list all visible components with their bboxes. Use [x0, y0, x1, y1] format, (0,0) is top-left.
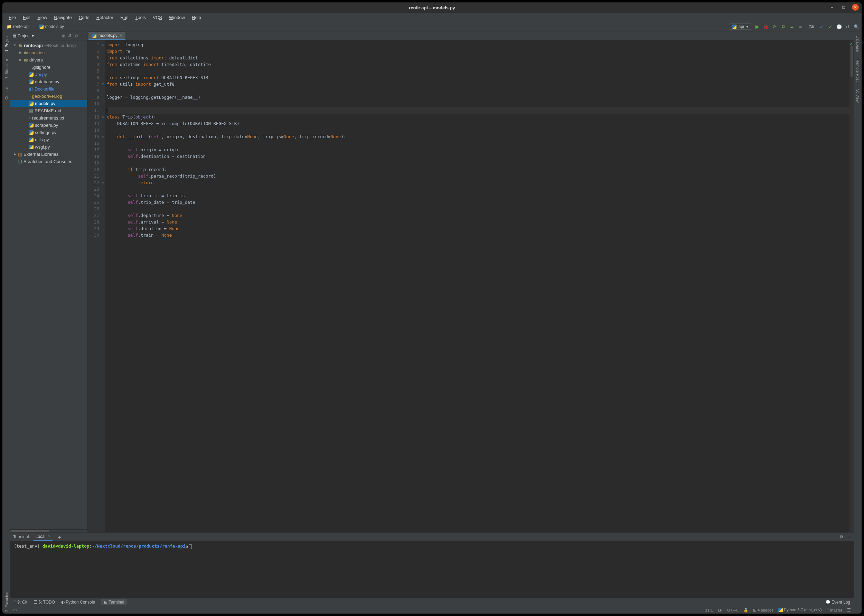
tool-tab-commit[interactable]: Commit: [4, 84, 9, 102]
tree-arrow[interactable]: ▼: [13, 42, 17, 49]
coverage-button[interactable]: ⟳: [772, 24, 777, 29]
tree-row-scratchesandconsoles[interactable]: ❏ Scratches and Consoles: [10, 158, 87, 165]
tree-row-readmemd[interactable]: ▦ README.md: [10, 107, 87, 114]
project-tool-window: ▤ Project ▾ ⊕ ⇵ ⚙ — ▼🖿 renfe-api ~/Nextc…: [10, 31, 87, 533]
locate-button[interactable]: ⊕: [62, 33, 65, 38]
menu-edit[interactable]: Edit: [20, 14, 33, 21]
terminal-tab-local[interactable]: Local ×: [33, 533, 52, 541]
tree-row-renfeapi[interactable]: ▼🖿 renfe-api ~/Nextcloud/rep: [10, 42, 87, 49]
readonly-toggle[interactable]: 🔒: [743, 608, 748, 613]
vcs-history-button[interactable]: 🕘: [836, 24, 842, 29]
debug-button[interactable]: 🐞: [763, 24, 769, 29]
concurrency-button[interactable]: ≣: [789, 24, 795, 29]
project-tree-scrollbar[interactable]: [10, 529, 87, 533]
scratches-icon: ❏: [18, 158, 22, 165]
menu-tools[interactable]: Tools: [133, 14, 149, 21]
run-button[interactable]: ▶: [755, 24, 760, 29]
bottom-tool-pythonconsole[interactable]: ◐ Python Console: [61, 600, 95, 605]
menu-refactor[interactable]: Refactor: [94, 14, 116, 21]
line-separator[interactable]: LF: [718, 608, 722, 612]
bottom-tool-git[interactable]: ᛘ 9: Git: [14, 600, 27, 605]
python-icon: [29, 123, 33, 127]
menu-code[interactable]: Code: [76, 14, 92, 21]
stop-button[interactable]: ■: [798, 24, 803, 29]
settings-button[interactable]: ⚙: [74, 33, 78, 38]
menu-vcs[interactable]: VCS: [150, 14, 165, 21]
tool-tab-structure[interactable]: 7: Structure: [4, 57, 9, 81]
project-tree[interactable]: ▼🖿 renfe-api ~/Nextcloud/rep▶🖿 cookies▶🖿…: [10, 41, 87, 529]
profile-button[interactable]: ⧉: [781, 24, 786, 29]
tool-tab-project[interactable]: 1: Project: [4, 33, 9, 53]
tree-row-wsgipy[interactable]: wsgi.py: [10, 143, 87, 151]
menu-help[interactable]: Help: [189, 14, 204, 21]
tool-tab-sciview[interactable]: SciView: [855, 87, 861, 105]
close-icon[interactable]: ×: [48, 534, 50, 539]
python-interpreter[interactable]: Python 3.7 (test_env): [778, 608, 822, 612]
tree-row-databasepy[interactable]: database.py: [10, 78, 87, 85]
add-terminal-button[interactable]: +: [56, 534, 63, 540]
maximize-button[interactable]: □: [840, 4, 847, 11]
status-bar: ▭ 11:1 LF UTF-8 🔒 ⊞ 4 spaces Python 3.7 …: [10, 606, 854, 614]
memory-indicator[interactable]: ☰: [847, 608, 851, 613]
indent-settings[interactable]: ⊞ 4 spaces: [753, 608, 773, 613]
tree-row-drivers[interactable]: ▶🖿 drivers: [10, 56, 87, 64]
menu-run[interactable]: Run: [118, 14, 131, 21]
tree-row-externallibraries[interactable]: ▶▥ External Libraries: [10, 151, 87, 158]
tree-row-apipy[interactable]: api.py: [10, 71, 87, 78]
minimize-button[interactable]: −: [828, 4, 835, 11]
bottom-tool-todo[interactable]: ☰ 6: TODO: [33, 600, 55, 605]
git-label: Git:: [809, 24, 815, 29]
tree-row-requirementstxt[interactable]: ▫ requirements.txt: [10, 114, 87, 122]
vcs-commit-button[interactable]: ✓: [828, 24, 833, 29]
editor-scrollbar[interactable]: [850, 46, 853, 77]
breadcrumb-item[interactable]: models.py: [38, 24, 65, 30]
hide-button[interactable]: —: [81, 33, 85, 38]
python-icon: [29, 145, 33, 149]
breadcrumb-item[interactable]: 📁renfe-api: [5, 24, 31, 30]
menu-file[interactable]: File: [6, 14, 19, 21]
file-icon: ▫: [29, 64, 31, 71]
tree-arrow[interactable]: ▶: [19, 49, 22, 56]
tree-arrow[interactable]: ▶: [13, 151, 17, 157]
menu-view[interactable]: View: [35, 14, 50, 21]
editor-tab-models[interactable]: models.py ×: [88, 31, 126, 40]
tree-row-scraperspy[interactable]: scrapers.py: [10, 122, 87, 129]
tree-row-gitignore[interactable]: ▫ .gitignore: [10, 64, 87, 71]
menu-navigate[interactable]: Navigate: [51, 14, 74, 21]
bottom-tool-terminal[interactable]: ⊞ Terminal: [101, 599, 127, 605]
search-everywhere-button[interactable]: 🔍: [854, 24, 859, 29]
gutter[interactable]: ⊟123456⊟7891011⊟121314⊟15161718192021⊟22…: [87, 41, 105, 533]
tree-row-dockerfile[interactable]: ◧ Dockerfile: [10, 85, 87, 93]
terminal-hide-button[interactable]: —: [847, 534, 851, 539]
file-encoding[interactable]: UTF-8: [727, 608, 738, 612]
tree-row-cookies[interactable]: ▶🖿 cookies: [10, 49, 87, 56]
right-tool-strip: DatabaseRemote HostSciView: [854, 31, 862, 614]
tree-arrow[interactable]: ▶: [19, 57, 22, 63]
close-button[interactable]: ✕: [852, 4, 859, 11]
menu-window[interactable]: Window: [166, 14, 188, 21]
tool-tab-database[interactable]: Database: [855, 33, 861, 54]
tree-row-geckodriverlog[interactable]: ▫ geckodriver.log: [10, 93, 87, 100]
tool-tab-favorites[interactable]: 2: Favorites: [4, 590, 9, 614]
status-message[interactable]: ▭: [13, 608, 17, 613]
caret-position[interactable]: 11:1: [705, 608, 713, 612]
tree-row-modelspy[interactable]: models.py: [10, 100, 87, 107]
close-tab-button[interactable]: ×: [120, 33, 122, 38]
tool-tab-remotehost[interactable]: Remote Host: [855, 57, 861, 83]
tree-row-settingspy[interactable]: settings.py: [10, 129, 87, 136]
expand-all-button[interactable]: ⇵: [68, 33, 72, 38]
code-area[interactable]: import loggingimport refrom collections …: [105, 41, 850, 533]
python-icon: [92, 33, 96, 38]
tree-row-utilspy[interactable]: utils.py: [10, 136, 87, 143]
vcs-revert-button[interactable]: ↺: [845, 24, 850, 29]
terminal-settings-button[interactable]: ⚙: [839, 534, 843, 539]
git-branch[interactable]: ᛘ master: [827, 608, 842, 612]
run-config-select[interactable]: api ▾: [729, 24, 751, 30]
event-log-button[interactable]: 💬 Event Log: [825, 600, 850, 605]
marker-strip[interactable]: ✔: [850, 41, 854, 533]
editor: models.py × ⊟123456⊟7891011⊟121314⊟15161…: [87, 31, 854, 533]
terminal-body[interactable]: (test_env) david@david-laptop:~/Nextclou…: [10, 541, 854, 598]
project-pane-title[interactable]: ▤ Project ▾: [13, 33, 34, 38]
breadcrumb[interactable]: 📁renfe-api〉models.py: [5, 24, 65, 30]
vcs-update-button[interactable]: ↙: [819, 24, 824, 29]
